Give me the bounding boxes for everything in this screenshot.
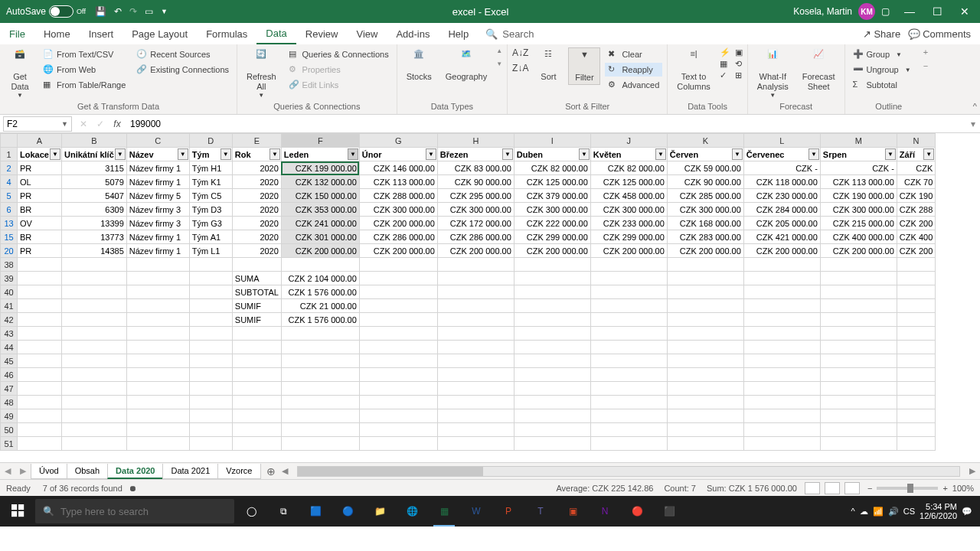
col-header-G[interactable]: G — [359, 134, 437, 148]
row-header-45[interactable]: 45 — [1, 354, 18, 368]
cell-B43[interactable] — [62, 327, 127, 341]
cell-L39[interactable] — [743, 272, 820, 285]
comments-button[interactable]: 💬Comments — [908, 28, 971, 40]
cell-F40[interactable]: CZK 1 576 000.00 — [281, 285, 359, 299]
cell-E42[interactable]: SUMIF — [232, 313, 281, 327]
cell-J5[interactable]: CZK 458 000.00 — [590, 189, 667, 203]
cell-C38[interactable] — [126, 258, 189, 272]
hscroll-track[interactable] — [297, 466, 961, 477]
cell-J41[interactable] — [590, 299, 667, 313]
system-tray[interactable]: ^ ☁ 📶 🔊 CS 5:34 PM 12/6/2020 💬 — [851, 502, 977, 520]
fx-icon[interactable]: fx — [109, 119, 126, 129]
cell-D51[interactable] — [189, 437, 232, 451]
cell-I47[interactable] — [514, 382, 590, 396]
cell-G43[interactable] — [359, 327, 437, 341]
col-header-I[interactable]: I — [514, 134, 590, 148]
cell-K5[interactable]: CZK 285 000.00 — [667, 189, 743, 203]
cell-I50[interactable] — [514, 423, 590, 437]
cell-A6[interactable]: BR — [18, 203, 62, 217]
cell-K44[interactable] — [667, 341, 743, 354]
cell-E40[interactable]: SUBTOTAL — [232, 285, 281, 299]
cell-M50[interactable] — [820, 423, 897, 437]
clear-filter-button[interactable]: ✖Clear — [605, 47, 662, 61]
group-rows-button[interactable]: ➕Group▼ — [850, 47, 914, 61]
cell-J20[interactable]: CZK 200 000.00 — [590, 244, 667, 258]
cell-A43[interactable] — [18, 327, 62, 341]
cell-E41[interactable]: SUMIF — [232, 299, 281, 313]
data-validation-icon[interactable]: ✓ — [720, 70, 730, 80]
cell-K4[interactable]: CZK 90 000.00 — [667, 175, 743, 189]
cell-B49[interactable] — [62, 409, 127, 423]
name-box[interactable]: F2 ▼ — [3, 116, 72, 132]
taskbar-taskview[interactable]: ⧉ — [268, 496, 299, 527]
cell-I43[interactable] — [514, 327, 590, 341]
maximize-button[interactable]: ☐ — [928, 5, 946, 18]
col-header-K[interactable]: K — [667, 134, 743, 148]
cell-N47[interactable] — [897, 382, 935, 396]
touch-mode-icon[interactable]: ▭ — [145, 6, 153, 17]
cell-L13[interactable]: CZK 205 000.00 — [743, 217, 820, 230]
cell-F51[interactable] — [281, 437, 359, 451]
filter-dropdown-Duben[interactable]: ▼ — [579, 148, 590, 160]
cell-M46[interactable] — [820, 368, 897, 382]
filter-dropdown-Rok[interactable]: ▼ — [270, 148, 280, 160]
cell-C20[interactable]: Název firmy 1 — [126, 244, 189, 258]
cell-F20[interactable]: CZK 200 000.00 — [281, 244, 359, 258]
cell-K41[interactable] — [667, 299, 743, 313]
cell-A40[interactable] — [18, 285, 62, 299]
cell-L41[interactable] — [743, 299, 820, 313]
cell-H48[interactable] — [437, 396, 514, 409]
cell-D20[interactable]: Tým L1 — [189, 244, 232, 258]
cell-A44[interactable] — [18, 341, 62, 354]
taskbar-app-2[interactable]: ▣ — [557, 496, 588, 527]
cell-B5[interactable]: 5407 — [62, 189, 127, 203]
tab-help[interactable]: Help — [439, 23, 478, 44]
cell-H44[interactable] — [437, 341, 514, 354]
cell-B6[interactable]: 6309 — [62, 203, 127, 217]
normal-view-icon[interactable] — [805, 482, 820, 494]
flash-fill-icon[interactable]: ⚡ — [720, 47, 730, 57]
cell-K49[interactable] — [667, 409, 743, 423]
zoom-out-icon[interactable]: − — [867, 484, 872, 493]
cell-C50[interactable] — [126, 423, 189, 437]
remove-duplicates-icon[interactable]: ▦ — [720, 59, 730, 69]
from-table-range-button[interactable]: ▦From Table/Range — [40, 78, 129, 92]
cell-F43[interactable] — [281, 327, 359, 341]
cell-I46[interactable] — [514, 368, 590, 382]
cell-J6[interactable]: CZK 300 000.00 — [590, 203, 667, 217]
cell-B42[interactable] — [62, 313, 127, 327]
cell-E45[interactable] — [232, 354, 281, 368]
cell-I51[interactable] — [514, 437, 590, 451]
cell-D5[interactable]: Tým C5 — [189, 189, 232, 203]
cell-D6[interactable]: Tým D3 — [189, 203, 232, 217]
cell-G15[interactable]: CZK 286 000.00 — [359, 230, 437, 244]
cell-D46[interactable] — [189, 368, 232, 382]
filter-dropdown-Tým[interactable]: ▼ — [220, 148, 231, 160]
hide-detail-icon[interactable]: − — [923, 61, 928, 70]
collapse-ribbon-icon[interactable]: ^ — [973, 102, 977, 111]
cell-B48[interactable] — [62, 396, 127, 409]
cell-G42[interactable] — [359, 313, 437, 327]
row-header-40[interactable]: 40 — [1, 285, 18, 299]
cell-G49[interactable] — [359, 409, 437, 423]
cell-C49[interactable] — [126, 409, 189, 423]
cell-H42[interactable] — [437, 313, 514, 327]
cell-D43[interactable] — [189, 327, 232, 341]
cell-G50[interactable] — [359, 423, 437, 437]
cell-H6[interactable]: CZK 300 000.00 — [437, 203, 514, 217]
cell-F48[interactable] — [281, 396, 359, 409]
cell-H51[interactable] — [437, 437, 514, 451]
cell-C5[interactable]: Název firmy 5 — [126, 189, 189, 203]
cell-D47[interactable] — [189, 382, 232, 396]
cell-B15[interactable]: 13773 — [62, 230, 127, 244]
cell-B13[interactable]: 13399 — [62, 217, 127, 230]
cell-A13[interactable]: OV — [18, 217, 62, 230]
cell-D39[interactable] — [189, 272, 232, 285]
whatif-button[interactable]: 📊What-If Analysis▼ — [753, 47, 793, 101]
user-area[interactable]: Kosela, Martin KM ▢ — [793, 3, 890, 20]
col-header-D[interactable]: D — [189, 134, 232, 148]
cell-H2[interactable]: CZK 83 000.00 — [437, 161, 514, 175]
cell-N46[interactable] — [897, 368, 935, 382]
cell-A47[interactable] — [18, 382, 62, 396]
cell-D50[interactable] — [189, 423, 232, 437]
